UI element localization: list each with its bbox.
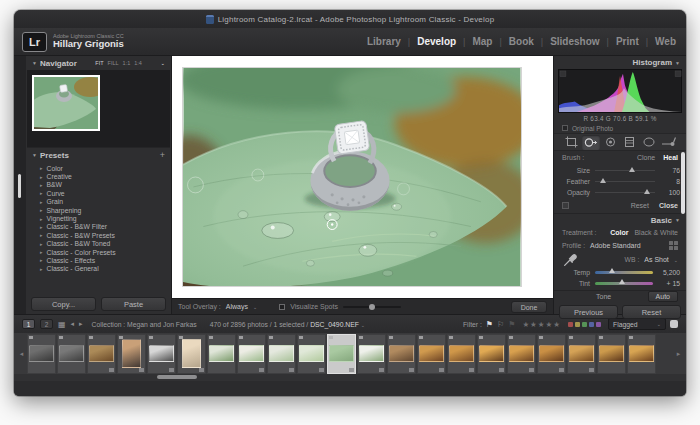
thumbnail-photo[interactable] [239,345,264,362]
preset-group-label[interactable]: Grain [47,198,64,205]
filmstrip-thumbnail[interactable] [567,334,596,374]
thumbnail-photo[interactable] [269,345,294,362]
module-tab-library[interactable]: Library [367,36,401,47]
preset-group[interactable]: ▸Sharpening [40,206,171,214]
expand-triangle-icon[interactable]: ▸ [40,224,43,230]
done-button[interactable]: Done [511,301,547,313]
thumbnail-photo[interactable] [29,345,54,362]
filmstrip-thumbnail[interactable] [267,334,296,374]
collapse-triangle-icon[interactable]: ▼ [675,217,680,223]
module-tab-web[interactable]: Web [655,36,676,47]
expand-triangle-icon[interactable]: ▸ [40,207,43,213]
feather-slider[interactable] [595,181,655,182]
visualize-spots-slider[interactable] [343,306,401,308]
expand-triangle-icon[interactable]: ▸ [40,190,43,196]
thumbnail-photo[interactable] [569,345,594,362]
presets-header[interactable]: ▼ Presets + [26,148,171,162]
grid-view-icon[interactable]: ▦ [58,320,66,329]
collapse-triangle-icon[interactable]: ▼ [32,60,37,66]
filmstrip-scrollbar-handle[interactable] [157,375,197,379]
adjustment-brush-tool[interactable] [660,135,678,150]
preset-group[interactable]: ▸Classic - Effects [40,256,171,264]
preset-group-label[interactable]: Classic - B&W Toned [47,240,111,247]
navigator-thumbnail[interactable] [32,75,100,131]
wb-value[interactable]: As Shot [644,256,669,263]
treatment-bw-option[interactable]: Black & White [634,229,678,236]
filmstrip-thumbnail[interactable] [357,334,386,374]
expand-triangle-icon[interactable]: ▸ [40,266,43,272]
color-label-dot[interactable] [568,322,573,327]
histogram-header[interactable]: Histogram ▼ [554,56,686,69]
filmstrip-thumbnail[interactable] [507,334,536,374]
preset-group-label[interactable]: Color [47,165,63,172]
left-panel-scrollbar[interactable] [18,174,21,198]
main-photo[interactable] [182,67,522,287]
thumbnail-photo[interactable] [479,345,504,362]
add-preset-icon[interactable]: + [160,150,165,160]
filmstrip-thumbnail[interactable] [537,334,566,374]
breadcrumb[interactable]: Collection : Megan and Jon Farkas [92,321,197,328]
paste-button[interactable]: Paste [101,297,166,311]
auto-button[interactable]: Auto [648,291,678,302]
slider-thumb[interactable] [644,189,650,194]
color-label-dot[interactable] [596,322,601,327]
expand-triangle-icon[interactable]: ▸ [40,249,43,255]
thumbnail-photo[interactable] [629,345,654,362]
module-tab-slideshow[interactable]: Slideshow [550,36,599,47]
module-tab-map[interactable]: Map [472,36,492,47]
slider-thumb[interactable] [629,167,635,172]
thumbnail-photo[interactable] [89,345,114,362]
preset-group[interactable]: ▸Classic - General [40,265,171,273]
preset-group[interactable]: ▸Classic - B&W Toned [40,240,171,248]
navigator-zoom-1-1[interactable]: 1:1 [123,60,131,66]
filmstrip-thumbnail[interactable] [447,334,476,374]
thumbnail-photo[interactable] [149,345,174,362]
heal-option[interactable]: Heal [663,154,678,161]
expand-triangle-icon[interactable]: ▸ [40,174,43,180]
size-slider[interactable] [595,170,655,171]
preset-group-label[interactable]: Classic - Effects [47,257,96,264]
original-photo-checkbox[interactable] [562,125,568,131]
thumbnail-photo[interactable] [59,345,84,362]
preset-group-label[interactable]: Vignetting [47,215,77,222]
preset-group[interactable]: ▸Curve [40,189,171,197]
profile-browser-icon[interactable] [669,241,678,250]
module-tab-develop[interactable]: Develop [417,36,456,47]
navigator-zoom-1-4[interactable]: 1:4 [134,60,142,66]
color-label-dot[interactable] [589,322,594,327]
thumbnail-photo[interactable] [539,345,564,362]
thumbnail-photo[interactable] [449,345,474,362]
expand-triangle-icon[interactable]: ▸ [40,216,43,222]
collapse-triangle-icon[interactable]: ▼ [675,60,680,66]
preset-group-label[interactable]: Classic - B&W Presets [47,232,115,239]
navigator-zoom-fill[interactable]: FILL [108,60,119,66]
slider-knob[interactable] [369,304,375,310]
navigator-zoom-fit[interactable]: FIT [95,60,103,66]
radial-filter-tool[interactable] [640,135,658,150]
current-filename[interactable]: DSC_0490.NEF [310,321,359,328]
expand-triangle-icon[interactable]: ▸ [40,241,43,247]
crop-overlay-tool[interactable] [562,135,580,150]
histogram[interactable] [558,69,682,113]
right-panel-scrollbar[interactable] [681,152,685,214]
preset-group-label[interactable]: B&W [47,181,62,188]
collapse-triangle-icon[interactable]: ▼ [32,152,37,158]
tool-overlay-value[interactable]: Always [226,303,248,310]
spot-reset-button[interactable]: Reset [631,202,649,209]
filmstrip-scroll-left-icon[interactable]: ◂ [16,350,27,358]
filmstrip-thumbnail[interactable] [297,334,326,374]
copy-button[interactable]: Copy... [31,297,96,311]
filmstrip-thumbnail[interactable] [477,334,506,374]
filmstrip-scroll-right-icon[interactable]: ▸ [673,350,684,358]
eyedropper-icon[interactable] [562,252,578,268]
preset-group[interactable]: ▸B&W [40,181,171,189]
module-tab-print[interactable]: Print [616,36,639,47]
spot-removal-tool[interactable] [582,135,600,150]
filmstrip-thumbnail[interactable] [147,334,176,374]
filmstrip-thumbnail[interactable] [57,334,86,374]
reset-button[interactable]: Reset [622,305,681,319]
spot-close-button[interactable]: Close [659,202,678,209]
go-forward-icon[interactable]: ▸ [79,320,83,328]
graduated-filter-tool[interactable] [621,135,639,150]
tint-slider[interactable] [595,282,653,285]
